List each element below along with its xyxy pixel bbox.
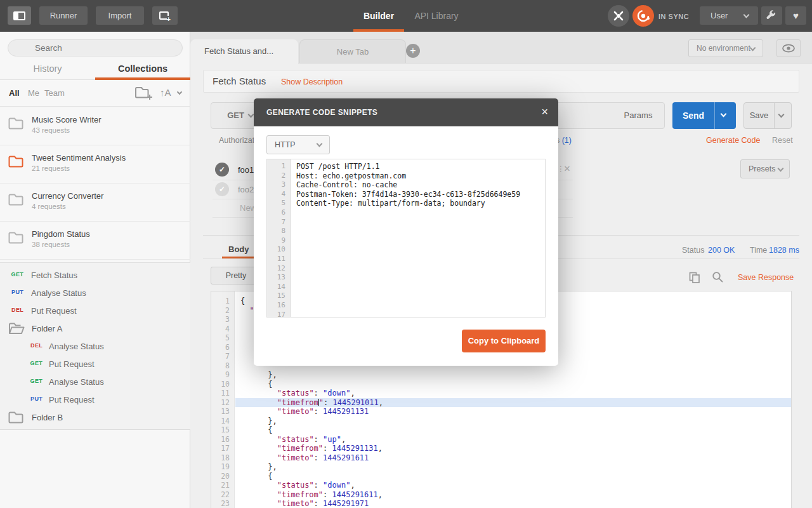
line-number: 15 <box>213 425 230 434</box>
folder-icon <box>8 194 23 206</box>
collection-item[interactable]: Tweet Sentiment Analysis21 requests <box>0 145 190 184</box>
request-item[interactable]: PUTPut Request <box>0 391 190 408</box>
reset-link[interactable]: Reset <box>772 136 793 145</box>
code-line: "timefrom": 1445291611, <box>235 490 791 500</box>
presets-select[interactable]: Presets <box>740 159 790 178</box>
sync-button[interactable] <box>632 5 654 27</box>
new-window-icon: + <box>159 11 169 20</box>
send-options-chevron-icon[interactable] <box>721 111 727 117</box>
collection-request-count: 4 requests <box>32 203 66 210</box>
folder-icon <box>8 411 23 424</box>
runner-button[interactable]: Runner <box>39 6 88 25</box>
row-checkbox-foo2[interactable]: ✓ <box>215 182 229 196</box>
line-number: 15 <box>269 291 285 300</box>
favorites-button[interactable]: ♥ <box>785 6 806 25</box>
line-number: 14 <box>213 417 230 425</box>
user-menu[interactable]: User <box>700 6 758 25</box>
request-tab-active[interactable]: Fetch Status and... <box>190 39 298 64</box>
line-number: 3 <box>269 180 285 189</box>
line-number: 10 <box>213 380 230 389</box>
snippet-gutter: 1234567891011121314151617 <box>267 159 291 317</box>
tab-builder[interactable]: Builder <box>353 0 404 32</box>
filter-me[interactable]: Me <box>28 88 39 98</box>
request-item[interactable]: DELAnalyse Status <box>0 337 190 355</box>
collection-item[interactable]: Music Score Writer43 requests <box>0 107 190 145</box>
tab-response-body[interactable]: Body <box>228 244 249 254</box>
language-select[interactable]: HTTP <box>266 135 330 154</box>
form-key-foo1[interactable]: foo1 <box>238 165 254 175</box>
collections-list: Music Score Writer43 requestsTweet Senti… <box>0 107 190 260</box>
add-tab-button[interactable]: + <box>406 44 420 58</box>
import-button[interactable]: Import <box>96 6 144 25</box>
wrench-icon <box>761 6 782 25</box>
copy-icon[interactable] <box>689 272 700 283</box>
request-item[interactable]: GETAnalyse Status <box>0 373 190 391</box>
save-options-chevron-icon[interactable] <box>778 112 785 118</box>
search-response-icon[interactable] <box>712 271 723 283</box>
split-pane-icon <box>13 11 25 20</box>
environment-select[interactable]: No environment <box>688 39 763 57</box>
snippet-code-line: Cache-Control: no-cache <box>296 180 537 190</box>
line-number: 6 <box>269 208 285 217</box>
send-button[interactable]: Send <box>672 102 714 129</box>
request-tab-new[interactable]: New Tab <box>299 39 406 64</box>
collection-name: Tweet Sentiment Analysis <box>32 153 126 163</box>
sidebar-toggle-button[interactable] <box>8 6 31 25</box>
language-select-label: HTTP <box>275 140 296 149</box>
params-button[interactable]: Params <box>617 103 659 128</box>
filter-all[interactable]: All <box>9 88 20 98</box>
eye-icon <box>777 40 800 57</box>
tab-api-library[interactable]: API Library <box>412 0 461 32</box>
line-number: 9 <box>213 370 230 379</box>
sort-chevron-icon[interactable] <box>177 90 182 95</box>
delete-row-icon[interactable]: × <box>564 163 570 175</box>
code-line: "timeto": 1445291611 <box>235 453 791 463</box>
method-select-label: GET <box>227 110 244 120</box>
collection-item[interactable]: Currency Converter4 requests <box>0 184 190 222</box>
environment-preview-button[interactable] <box>776 39 801 57</box>
folder-icon <box>8 232 23 244</box>
close-icon[interactable]: × <box>541 105 548 119</box>
interceptor-button[interactable] <box>608 5 629 27</box>
search-input[interactable] <box>8 39 183 57</box>
save-button-group[interactable]: Save <box>743 102 792 129</box>
modal-header: GENERATE CODE SNIPPETS × <box>254 98 558 126</box>
save-divider <box>774 103 775 128</box>
method-badge: GET <box>20 378 43 384</box>
form-key-foo2[interactable]: foo2 <box>238 185 254 194</box>
request-item[interactable]: GETPut Request <box>0 355 190 373</box>
row-checkbox-foo1[interactable]: ✓ <box>215 163 229 177</box>
builder-tab-underline <box>353 29 404 32</box>
request-item[interactable]: DELPut Request <box>0 302 190 319</box>
request-name: Put Request <box>49 395 95 404</box>
chevron-down-icon <box>317 141 323 147</box>
add-folder-icon[interactable] <box>134 86 152 100</box>
sidebar: History Collections All Me Team ↑A Music… <box>0 32 190 508</box>
collection-item[interactable]: Pingdom Status38 requests <box>0 222 190 260</box>
sort-icon[interactable]: ↑A <box>160 87 171 98</box>
folder-icon <box>8 117 23 130</box>
code-line: }, <box>235 462 791 472</box>
code-line: }, <box>235 370 791 380</box>
folder-item[interactable]: Folder A <box>0 319 190 337</box>
filter-team[interactable]: Team <box>44 88 65 98</box>
save-button[interactable]: Save <box>744 103 774 128</box>
show-description-link[interactable]: Show Description <box>281 77 343 86</box>
code-snippet-box[interactable]: 1234567891011121314151617 POST /post HTT… <box>266 159 546 318</box>
generate-code-link[interactable]: Generate Code <box>706 136 760 145</box>
copy-to-clipboard-button[interactable]: Copy to Clipboard <box>462 330 546 352</box>
heart-icon: ♥ <box>793 10 799 21</box>
folder-item[interactable]: Folder B <box>0 408 190 426</box>
request-name: Put Request <box>49 359 95 369</box>
request-item[interactable]: PUTAnalyse Status <box>0 284 190 302</box>
code-line: "timefrom": 1445291131, <box>235 444 791 453</box>
line-number: 13 <box>269 273 285 281</box>
request-item[interactable]: GETFetch Status <box>0 266 190 284</box>
new-window-button[interactable]: + <box>152 6 178 25</box>
line-number: 1 <box>213 297 230 305</box>
save-response-link[interactable]: Save Response <box>738 273 794 282</box>
settings-button[interactable] <box>761 6 782 25</box>
time-value: 1828 ms <box>769 246 799 255</box>
tab-history[interactable]: History <box>0 64 95 80</box>
send-button-group[interactable]: Send <box>672 102 736 129</box>
